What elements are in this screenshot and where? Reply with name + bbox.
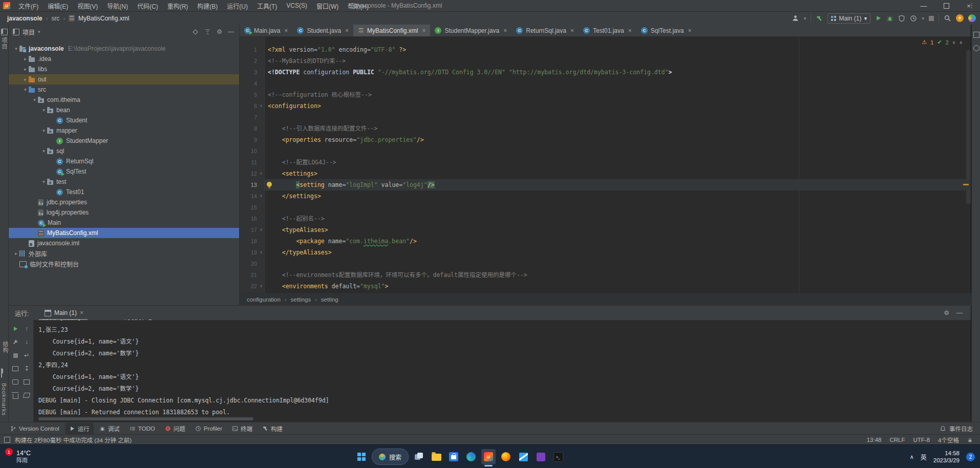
editor[interactable]: 123456∨789101112∨1314∧151617∨1819∧202122… xyxy=(240,37,971,293)
console-toolbar-button[interactable]: ↑ xyxy=(22,324,32,334)
tree-row[interactable]: javaconsole.iml xyxy=(9,238,239,248)
taskbar-app-idea[interactable]: IJ xyxy=(481,449,496,464)
event-log-button[interactable]: 事件日志 xyxy=(940,422,973,435)
editor-breadcrumb-item[interactable]: configuration xyxy=(247,296,281,303)
tool-window-button-问题[interactable]: 问题 xyxy=(161,423,189,434)
right-stripe-icon-1[interactable] xyxy=(973,32,979,38)
console-toolbar-button[interactable] xyxy=(10,324,20,334)
tree-row[interactable]: jdbc.properties xyxy=(9,197,239,207)
tree-arrow-icon[interactable]: ▸ xyxy=(22,56,29,61)
collapse-all-icon[interactable] xyxy=(204,29,211,35)
minimize-panel-icon[interactable]: — xyxy=(956,309,963,316)
breadcrumb-item[interactable]: MyBatisConfig.xml xyxy=(78,15,129,22)
tab-SqlTest.java[interactable]: CSqlTest.java× xyxy=(636,25,696,36)
profiler-dropdown-icon[interactable]: ▾ xyxy=(922,16,924,21)
tree-row[interactable]: ▾src xyxy=(9,84,239,95)
editor-breadcrumb-item[interactable]: setting xyxy=(321,296,338,303)
breadcrumb-item[interactable]: javaconsole xyxy=(7,15,42,22)
menu-item-V[interactable]: 视图(V) xyxy=(73,0,102,11)
taskbar-clock[interactable]: 14:58 2023/3/29 xyxy=(933,450,960,464)
gear-icon[interactable]: ⚙ xyxy=(944,309,949,316)
tree-row[interactable]: ▸.idea xyxy=(9,54,239,64)
console-toolbar-button[interactable] xyxy=(22,390,32,400)
console-toolbar-button[interactable]: ↵ xyxy=(22,350,32,360)
menu-item-B[interactable]: 构建(B) xyxy=(193,0,222,11)
fold-marker-icon[interactable]: ∧ xyxy=(258,190,264,202)
fold-marker-icon[interactable]: ∨ xyxy=(258,168,264,179)
tab-Test01.java[interactable]: CTest01.java× xyxy=(579,25,636,36)
weather-widget[interactable]: 1 14°C 阵雨 xyxy=(5,445,31,468)
taskbar-app-explorer[interactable] xyxy=(429,449,443,464)
gear-icon[interactable]: ⚙ xyxy=(217,28,222,35)
close-icon[interactable]: × xyxy=(503,27,507,34)
console-toolbar-button[interactable] xyxy=(10,377,20,387)
taskbar-app-start[interactable] xyxy=(354,449,369,464)
tree-row[interactable]: CStudent xyxy=(9,115,239,125)
close-icon[interactable]: × xyxy=(345,27,349,34)
tree-arrow-icon[interactable]: ▸ xyxy=(22,67,29,72)
user-icon[interactable] xyxy=(792,14,799,22)
tab-StudentMapper.java[interactable]: IStudentMapper.java× xyxy=(430,25,512,36)
tab-ReturnSql.java[interactable]: CReturnSql.java× xyxy=(512,25,579,36)
tree-arrow-icon[interactable]: ▸ xyxy=(13,251,19,256)
tree-arrow-icon[interactable]: ▾ xyxy=(40,179,47,184)
taskbar-app-visualstudio[interactable] xyxy=(534,449,548,464)
tree-row[interactable]: ▾test xyxy=(9,177,239,187)
tree-arrow-icon[interactable]: ▾ xyxy=(40,148,47,154)
build-hammer-icon[interactable] xyxy=(816,15,823,22)
error-stripe-mark[interactable] xyxy=(963,184,969,185)
intention-bulb-icon[interactable] xyxy=(267,182,272,187)
user-dropdown-icon[interactable]: ▾ xyxy=(804,16,806,21)
structure-stripe-button[interactable]: 结构 xyxy=(1,341,9,353)
right-stripe-icon-2[interactable] xyxy=(973,45,979,51)
profiler-button[interactable] xyxy=(910,15,917,22)
breadcrumb-item[interactable]: src xyxy=(51,15,59,22)
taskbar-app-firefox[interactable] xyxy=(499,449,513,464)
lock-icon[interactable] xyxy=(967,437,973,443)
tree-row[interactable]: ▾com.itheima xyxy=(9,95,239,105)
tree-row[interactable]: CReturnSql xyxy=(9,156,239,166)
locate-icon[interactable] xyxy=(192,29,199,35)
menu-item-C[interactable]: 代码(C) xyxy=(133,0,163,11)
tree-row[interactable]: ▸外部库 xyxy=(9,248,239,259)
tool-window-button-TODO[interactable]: TODO xyxy=(125,424,159,433)
close-icon[interactable]: × xyxy=(80,309,83,316)
tool-window-button-运行[interactable]: 运行 xyxy=(65,423,94,434)
encoding-indicator[interactable]: UTF-8 xyxy=(913,437,930,443)
tree-arrow-icon[interactable]: ▾ xyxy=(22,87,29,92)
bookmarks-stripe-button[interactable]: Bookmarks xyxy=(1,383,7,416)
console-toolbar-button[interactable] xyxy=(10,337,20,347)
console-toolbar-button[interactable] xyxy=(10,364,20,374)
tree-row[interactable]: ▾bean xyxy=(9,105,239,115)
tool-window-button-Profiler[interactable]: Profiler xyxy=(191,424,226,433)
close-icon[interactable]: × xyxy=(628,27,632,34)
tool-window-button-构建[interactable]: 构建 xyxy=(258,423,287,434)
console-toolbar-button[interactable]: ↓ xyxy=(22,337,32,347)
tree-row[interactable]: CTest01 xyxy=(9,187,239,197)
taskbar-app-vscode[interactable] xyxy=(516,449,530,464)
update-icon[interactable] xyxy=(956,14,964,22)
indent-indicator[interactable]: 4个空格 xyxy=(938,436,959,444)
tool-window-icon[interactable] xyxy=(1,368,2,378)
fold-marker-icon[interactable]: ∨ xyxy=(258,224,264,236)
stop-button[interactable] xyxy=(929,16,934,21)
tree-row[interactable]: ▸libs xyxy=(9,64,239,74)
run-config-select[interactable]: Main (1) ▾ xyxy=(827,13,870,24)
close-icon[interactable]: × xyxy=(688,27,691,34)
run-button[interactable] xyxy=(875,15,882,22)
tab-Student.java[interactable]: CStudent.java× xyxy=(292,25,353,36)
taskbar-app-store[interactable] xyxy=(446,449,461,464)
taskbar-app-edge[interactable] xyxy=(464,449,478,464)
ime-indicator[interactable]: 英 xyxy=(921,453,927,461)
prev-problem-icon[interactable]: ∧ xyxy=(959,40,963,45)
tree-row[interactable]: CSqlTest xyxy=(9,166,239,177)
tool-window-switcher-icon[interactable] xyxy=(4,437,10,443)
minimize-button[interactable]: — xyxy=(912,0,935,11)
tree-arrow-icon[interactable]: ▾ xyxy=(13,46,19,51)
tree-row[interactable]: ▸out xyxy=(9,74,239,84)
tab-options-icon[interactable]: ⋮ xyxy=(968,2,975,9)
tree-row[interactable]: 临时文件和控制台 xyxy=(9,259,239,269)
tree-arrow-icon[interactable]: ▾ xyxy=(40,128,47,133)
menu-item-F[interactable]: 文件(F) xyxy=(14,0,43,11)
close-icon[interactable]: × xyxy=(284,27,288,34)
